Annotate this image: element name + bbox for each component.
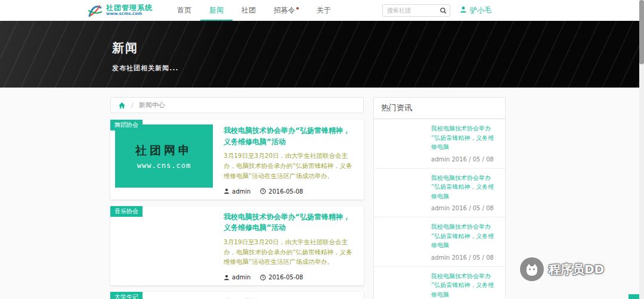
hot-news-item: 我校电脑技术协会举办“弘扬雷锋精神，义务维修电脑 admin 2016 / 05… [374, 119, 505, 169]
author-icon [224, 188, 230, 194]
nav-item-about[interactable]: 关于 [308, 0, 340, 21]
top-navbar: 社团管理系统 www.scms.com 首页 新闻 社团 招募令 关于 驴小毛 [0, 0, 644, 21]
hot-item-link[interactable]: 我校电脑技术协会举办“弘扬雷锋精神，义务维修电脑 [431, 222, 497, 250]
news-card-body: 我校电脑技术协会举办“弘扬雷锋精神，义务维修电脑”活动 3月19日至3月20日，… [213, 124, 359, 195]
nav-item-clubs[interactable]: 社团 [233, 0, 265, 21]
news-card: 舞蹈协会 社团网申 www.cns.com 我校电脑技术协会举办“弘扬雷锋精神，… [110, 120, 364, 200]
news-author: admin [232, 188, 250, 195]
breadcrumb-separator: / [131, 101, 134, 109]
nav-item-news[interactable]: 新闻 [200, 0, 233, 21]
news-date-item: 2016-05-08 [260, 274, 303, 281]
author-icon [224, 275, 230, 281]
hot-news-heading: 热门资讯 [374, 98, 505, 119]
category-badge[interactable]: 舞蹈协会 [110, 120, 143, 130]
breadcrumb-current: 新闻中心 [139, 101, 165, 110]
news-date: 2016-05-08 [268, 188, 303, 195]
clock-icon [260, 275, 266, 281]
breadcrumb: / 新闻中心 [110, 97, 364, 113]
clock-icon [260, 188, 266, 194]
main-nav: 首页 新闻 社团 招募令 关于 [168, 0, 340, 21]
hot-item-link[interactable]: 我校电脑技术协会举办“弘扬雷锋精神，义务维修电脑 [431, 173, 497, 201]
hot-item-meta: admin 2016 / 05 / 08 [431, 156, 497, 163]
news-card: 音乐协会 我校电脑技术协会举办“弘扬雷锋精神，义务维修电脑”活动 3月19日至3… [110, 206, 364, 286]
page: 社团管理系统 www.scms.com 首页 新闻 社团 招募令 关于 驴小毛 … [0, 0, 644, 299]
news-date: 2016-05-08 [268, 274, 303, 281]
hot-item-link[interactable]: 我校电脑技术协会举办“弘扬雷锋精神，义务维修电脑 [431, 272, 497, 299]
search-box [382, 0, 450, 21]
watermark-logo-icon [520, 257, 544, 281]
news-thumbnail-placeholder [115, 211, 213, 281]
search-icon[interactable] [440, 7, 447, 14]
hot-news-item: 我校电脑技术协会举办“弘扬雷锋精神，义务维修电脑 admin 2016 / 05… [374, 267, 505, 299]
news-title-link[interactable]: 我校电脑技术协会举办“弘扬雷锋精神，义务维修电脑”活动 [224, 125, 355, 147]
user-menu[interactable]: 驴小毛 [460, 0, 491, 21]
news-excerpt: 3月19日至3月20日，由大学生社团联合会主办，电脑技术协会承办的“弘扬雷锋精神… [224, 237, 355, 267]
news-thumbnail[interactable]: 社团网申 www.cns.com [115, 124, 213, 188]
brand-logo-icon [87, 4, 103, 18]
category-badge[interactable]: 大学生记 [110, 292, 143, 299]
watermark: 程序员DD [520, 257, 604, 281]
page-title: 新闻 [112, 40, 644, 56]
user-icon [460, 6, 467, 15]
username: 驴小毛 [470, 5, 491, 15]
home-icon[interactable] [118, 102, 126, 109]
news-title-link[interactable]: 我校电脑技术协会举办“弘扬雷锋精神，义务维修电脑”活动 [224, 211, 355, 233]
brand-link[interactable]: 社团管理系统 www.scms.com [87, 0, 153, 21]
back-to-top-button[interactable] [628, 294, 639, 299]
news-column: / 新闻中心 舞蹈协会 社团网申 www.cns.com 我校电脑技术协会举办“… [110, 97, 364, 299]
thumbnail-title: 社团网申 [135, 143, 193, 158]
news-card-body: 我校电脑技术协会举办“弘扬雷锋精神，义务维修电脑”活动 3月19日至3月20日，… [213, 297, 359, 299]
news-excerpt: 3月19日至3月20日，由大学生社团联合会主办，电脑技术协会承办的“弘扬雷锋精神… [224, 151, 355, 180]
scrollbar-track[interactable] [639, 0, 644, 299]
hot-news-panel: 热门资讯 我校电脑技术协会举办“弘扬雷锋精神，义务维修电脑 admin 2016… [373, 97, 506, 299]
nav-item-recruit-label: 招募令 [274, 5, 295, 15]
hot-item-meta: admin 2016 / 05 / 08 [431, 205, 497, 211]
news-date-item: 2016-05-08 [260, 188, 303, 195]
hero-banner: 新闻 发布社团相关新闻... [0, 21, 644, 88]
thumbnail-url: www.cns.com [137, 161, 191, 170]
news-meta: admin 2016-05-08 [224, 267, 355, 281]
category-badge[interactable]: 音乐协会 [110, 206, 143, 217]
nav-item-home[interactable]: 首页 [168, 0, 200, 21]
page-subtitle: 发布社团相关新闻... [112, 64, 644, 73]
news-meta: admin 2016-05-08 [224, 181, 355, 195]
recruit-badge-dot [296, 7, 299, 10]
hot-item-link[interactable]: 我校电脑技术协会举办“弘扬雷锋精神，义务维修电脑 [431, 124, 497, 152]
news-author: admin [232, 274, 250, 281]
news-card-body: 我校电脑技术协会举办“弘扬雷锋精神，义务维修电脑”活动 3月19日至3月20日，… [213, 211, 359, 281]
hot-news-item: 我校电脑技术协会举办“弘扬雷锋精神，义务维修电脑 admin 2016 / 05… [374, 217, 505, 267]
hot-item-meta: admin 2016 / 05 / 08 [431, 254, 497, 261]
news-card: 大学生记 我校电脑技术协会举办“弘扬雷锋精神，义务维修电脑”活动 3月19日至3… [110, 292, 364, 299]
brand-url: www.scms.com [106, 12, 153, 17]
news-author-item: admin [224, 188, 250, 195]
watermark-text: 程序员DD [549, 261, 604, 278]
nav-item-recruit[interactable]: 招募令 [265, 0, 308, 21]
news-author-item: admin [224, 274, 250, 281]
hot-news-item: 我校电脑技术协会举办“弘扬雷锋精神，义务维修电脑 admin 2016 / 05… [374, 169, 505, 218]
scrollbar-thumb[interactable] [639, 0, 644, 64]
